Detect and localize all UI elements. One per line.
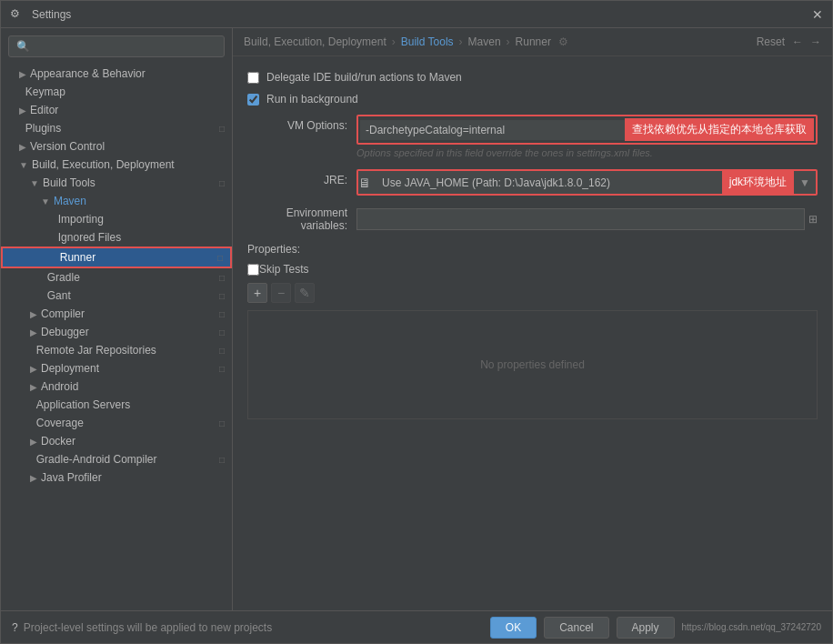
sidebar-item-appearance[interactable]: ▶ Appearance & Behavior	[1, 65, 232, 83]
add-property-button[interactable]: +	[247, 283, 267, 303]
sidebar-item-label: Compiler	[41, 307, 85, 320]
expand-icon	[30, 400, 33, 410]
expand-icon	[54, 253, 56, 263]
sidebar-item-label: Runner	[60, 251, 95, 264]
sidebar-item-deployment[interactable]: ▶ Deployment □	[1, 359, 232, 377]
sidebar-item-label: Java Profiler	[41, 471, 102, 484]
search-input[interactable]	[8, 35, 225, 57]
sidebar-item-java-profiler[interactable]: ▶ Java Profiler	[1, 468, 232, 487]
sidebar-item-label: Gant	[47, 289, 71, 302]
jre-container: 🖥 Use JAVA_HOME (Path: D:\Java\jdk1.8.0_…	[356, 169, 818, 196]
sidebar-item-label: Remote Jar Repositories	[36, 344, 156, 357]
expand-icon: ▼	[19, 160, 28, 170]
app-icon: ⚙	[10, 7, 25, 22]
external-icon: □	[219, 418, 225, 428]
footer-info-text: Project-level settings will be applied t…	[24, 621, 490, 634]
sidebar-item-importing[interactable]: Importing	[1, 210, 232, 228]
delegate-ide-checkbox[interactable]	[247, 72, 259, 84]
breadcrumb-part-4: Runner	[516, 35, 551, 48]
vm-options-input[interactable]	[360, 120, 625, 140]
external-icon: □	[219, 178, 225, 188]
jre-annotation: jdk环境地址	[722, 171, 794, 194]
vm-options-annotation: 查找依赖优先从指定的本地仓库获取	[625, 118, 814, 141]
breadcrumb-actions: Reset ← →	[757, 35, 821, 48]
delegate-ide-label: Delegate IDE build/run actions to Maven	[266, 71, 462, 84]
sidebar-item-label: Plugins	[25, 122, 61, 135]
expand-icon: ▶	[30, 327, 37, 337]
sidebar-item-maven[interactable]: ▼ Maven	[1, 192, 232, 210]
sidebar-item-label: Gradle-Android Compiler	[36, 453, 157, 466]
sidebar-item-gradle-android[interactable]: Gradle-Android Compiler □	[1, 450, 232, 468]
expand-icon: ▶	[19, 106, 26, 116]
sidebar-item-runner[interactable]: Runner □	[1, 247, 232, 268]
expand-icon: ▶	[30, 473, 37, 483]
breadcrumb-sep-1: ›	[392, 35, 396, 48]
sidebar-item-app-servers[interactable]: Application Servers	[1, 396, 232, 414]
expand-icon	[30, 418, 33, 428]
run-background-checkbox[interactable]	[247, 94, 259, 106]
expand-icon	[52, 233, 55, 243]
vm-options-container: 查找依赖优先从指定的本地仓库获取	[356, 115, 818, 145]
sidebar-item-remote-jar[interactable]: Remote Jar Repositories □	[1, 341, 232, 359]
sidebar-item-label: Ignored Files	[58, 231, 121, 244]
jre-icon: 🖥	[358, 176, 371, 190]
nav-forward-button[interactable]: →	[810, 35, 821, 48]
sidebar-item-keymap[interactable]: Keymap	[1, 83, 232, 101]
sidebar-item-ignored-files[interactable]: Ignored Files	[1, 228, 232, 247]
info-icon: ?	[12, 621, 18, 634]
properties-label: Properties:	[247, 243, 818, 256]
sidebar: ▶ Appearance & Behavior Keymap ▶ Editor …	[1, 28, 233, 610]
sidebar-item-build-execution[interactable]: ▼ Build, Execution, Deployment	[1, 156, 232, 174]
expand-icon: ▶	[30, 382, 37, 392]
cancel-button[interactable]: Cancel	[544, 617, 608, 639]
jre-row: JRE: 🖥 Use JAVA_HOME (Path: D:\Java\jdk1…	[247, 169, 818, 196]
ok-button[interactable]: OK	[490, 617, 537, 639]
sidebar-item-label: Version Control	[30, 140, 105, 153]
external-icon: □	[219, 291, 225, 301]
vm-options-inner: 查找依赖优先从指定的本地仓库获取	[360, 118, 814, 141]
sidebar-item-plugins[interactable]: Plugins □	[1, 119, 232, 137]
edit-property-button[interactable]: ✎	[295, 283, 315, 303]
nav-back-button[interactable]: ←	[792, 35, 803, 48]
jre-label: JRE:	[247, 169, 356, 186]
sidebar-item-debugger[interactable]: ▶ Debugger □	[1, 323, 232, 341]
sidebar-item-label: Importing	[58, 213, 104, 226]
sidebar-item-docker[interactable]: ▶ Docker	[1, 432, 232, 450]
sidebar-item-version-control[interactable]: ▶ Version Control	[1, 137, 232, 156]
jre-select[interactable]: Use JAVA_HOME (Path: D:\Java\jdk1.8.0_16…	[376, 173, 722, 193]
close-button[interactable]: ✕	[812, 7, 823, 22]
sidebar-item-label: Deployment	[41, 362, 99, 375]
expand-icon: ▶	[19, 142, 26, 152]
skip-tests-row: Skip Tests	[247, 263, 818, 276]
breadcrumb: Build, Execution, Deployment › Build Too…	[233, 28, 832, 56]
env-variables-label: Environment variables:	[247, 206, 356, 232]
sidebar-item-compiler[interactable]: ▶ Compiler □	[1, 305, 232, 323]
external-icon: □	[219, 327, 225, 337]
delegate-ide-row: Delegate IDE build/run actions to Maven	[247, 71, 818, 84]
remove-property-button[interactable]: −	[271, 283, 291, 303]
main-content: ▶ Appearance & Behavior Keymap ▶ Editor …	[1, 28, 832, 610]
external-icon: □	[219, 346, 225, 356]
settings-content: Delegate IDE build/run actions to Maven …	[233, 56, 832, 610]
sidebar-item-label: Keymap	[25, 86, 65, 98]
reset-button[interactable]: Reset	[757, 35, 785, 48]
settings-window: ⚙ Settings ✕ ▶ Appearance & Behavior Key…	[0, 0, 833, 644]
apply-button[interactable]: Apply	[617, 617, 675, 639]
external-icon: □	[217, 253, 223, 263]
sidebar-item-android[interactable]: ▶ Android	[1, 377, 232, 396]
sidebar-item-editor[interactable]: ▶ Editor	[1, 101, 232, 119]
external-icon: □	[219, 309, 225, 319]
env-variables-field[interactable]	[356, 208, 805, 230]
run-background-label: Run in background	[266, 93, 358, 106]
skip-tests-checkbox[interactable]	[247, 264, 259, 276]
sidebar-item-gant[interactable]: Gant □	[1, 287, 232, 305]
sidebar-item-build-tools[interactable]: ▼ Build Tools □	[1, 174, 232, 192]
breadcrumb-sep-2: ›	[459, 35, 463, 48]
title-bar: ⚙ Settings ✕	[1, 1, 832, 28]
env-expand-button[interactable]: ⊞	[808, 213, 818, 226]
sidebar-item-coverage[interactable]: Coverage □	[1, 414, 232, 432]
sidebar-item-gradle[interactable]: Gradle □	[1, 268, 232, 287]
vm-options-hint: Options specified in this field override…	[356, 147, 818, 158]
external-icon: □	[219, 455, 225, 465]
jre-dropdown-icon[interactable]: ▼	[794, 176, 816, 189]
